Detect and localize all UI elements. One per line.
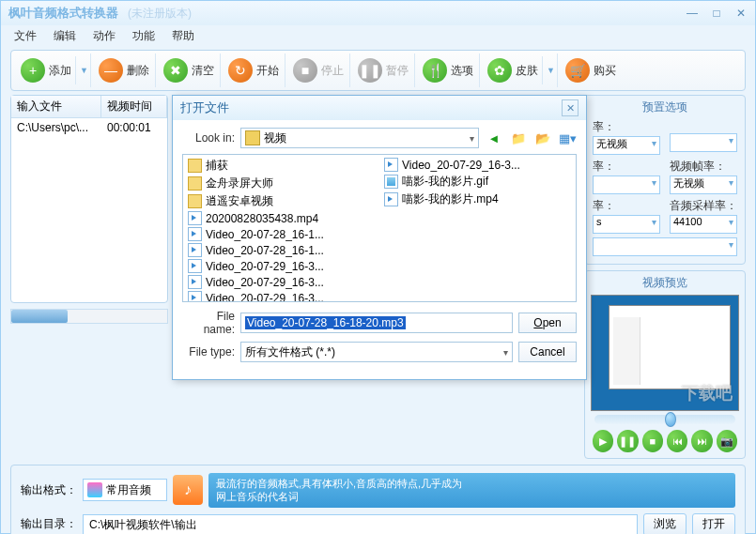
cancel-button[interactable]: Cancel bbox=[518, 342, 577, 362]
filetype-select[interactable]: 所有文件格式 (*.*) bbox=[240, 342, 513, 362]
select[interactable] bbox=[670, 133, 737, 152]
file-item[interactable]: 逍遥安卓视频 bbox=[185, 192, 378, 210]
toolbar: +添加▼ —删除 ✖清空 ↻开始 ■停止 ❚❚暂停 🍴选项 ✿皮肤▼ 🛒购买 bbox=[10, 50, 746, 91]
vid-icon bbox=[188, 211, 202, 225]
browse-button[interactable]: 浏览 bbox=[643, 513, 687, 534]
file-list: 捕获金舟录屏大师逍遥安卓视频20200828035438.mp4Video_20… bbox=[182, 154, 577, 302]
menu-file[interactable]: 文件 bbox=[7, 26, 44, 46]
apple-icon: ✿ bbox=[487, 58, 512, 83]
up-folder-icon[interactable]: 📁 bbox=[509, 129, 528, 147]
prev-button[interactable]: ⏮ bbox=[667, 430, 687, 452]
stop-button[interactable]: ■停止 bbox=[287, 53, 350, 87]
file-item[interactable]: 金舟录屏大师 bbox=[185, 175, 378, 192]
pause-button[interactable]: ❚❚暂停 bbox=[352, 53, 415, 87]
lookin-select[interactable]: 视频 ▾ bbox=[240, 128, 479, 148]
clear-button[interactable]: ✖清空 bbox=[158, 53, 221, 87]
vid-icon bbox=[384, 158, 398, 172]
delete-button[interactable]: —删除 bbox=[93, 53, 156, 87]
clear-icon: ✖ bbox=[163, 58, 188, 83]
table-row[interactable]: C:\Users\pc\... 00:00:01 bbox=[11, 118, 167, 137]
snapshot-button[interactable]: 📷 bbox=[717, 430, 737, 452]
app-subtitle: (未注册版本) bbox=[128, 6, 192, 22]
note-icon: ♪ bbox=[173, 475, 203, 505]
open-button[interactable]: Open bbox=[518, 313, 577, 333]
pause-button[interactable]: ❚❚ bbox=[617, 430, 638, 452]
col-duration[interactable]: 视频时间 bbox=[101, 96, 167, 117]
chevron-down-icon[interactable]: ▼ bbox=[75, 56, 85, 84]
file-item[interactable]: 捕获 bbox=[185, 157, 378, 175]
skin-button[interactable]: ✿皮肤▼ bbox=[482, 53, 558, 87]
menu-edit[interactable]: 编辑 bbox=[46, 26, 84, 46]
seek-slider[interactable] bbox=[594, 415, 735, 424]
file-item[interactable]: Video_20-07-28_16-1... bbox=[185, 226, 378, 242]
output-panel: 输出格式： 常用音频 ♪ 最流行的音频格式,具有体积小,音质高的特点,几乎成为 … bbox=[10, 465, 746, 534]
select[interactable]: s bbox=[593, 215, 660, 234]
music-icon bbox=[87, 482, 102, 497]
menu-help[interactable]: 帮助 bbox=[164, 26, 202, 46]
file-item[interactable]: Video_20-07-29_16-3... bbox=[185, 274, 378, 290]
minus-icon: — bbox=[99, 58, 123, 83]
chevron-down-icon[interactable]: ▼ bbox=[542, 56, 551, 84]
slider-thumb[interactable] bbox=[665, 412, 676, 427]
video-preview: 下载吧 bbox=[591, 295, 739, 411]
pause-icon: ❚❚ bbox=[358, 58, 382, 83]
app-title: 枫叶音频格式转换器 bbox=[8, 5, 118, 22]
file-item[interactable]: 20200828035438.mp4 bbox=[185, 210, 378, 226]
next-button[interactable]: ⏭ bbox=[691, 430, 712, 452]
vid-icon bbox=[188, 275, 202, 289]
view-mode-icon[interactable]: ▦▾ bbox=[558, 129, 577, 147]
options-button[interactable]: 🍴选项 bbox=[417, 53, 480, 87]
close-button[interactable]: ✕ bbox=[734, 7, 748, 20]
dialog-title: 打开文件 ✕ bbox=[173, 96, 586, 120]
start-button[interactable]: ↻开始 bbox=[223, 53, 285, 87]
titlebar: 枫叶音频格式转换器 (未注册版本) — □ ✕ bbox=[1, 1, 755, 25]
dialog-close-button[interactable]: ✕ bbox=[562, 99, 579, 116]
preset-panel: 预置选项 率：无视频 率： 视频帧率：无视频 率：s 音频采样率：44100 bbox=[584, 95, 746, 265]
file-item[interactable]: Video_20-07-29_16-3... bbox=[185, 258, 378, 274]
video-rate-select[interactable]: 无视频 bbox=[593, 136, 660, 155]
video-fps-select[interactable]: 无视频 bbox=[670, 175, 737, 194]
folder-icon bbox=[245, 130, 260, 145]
open-dir-button[interactable]: 打开 bbox=[692, 513, 735, 534]
cart-icon: 🛒 bbox=[565, 58, 590, 83]
new-folder-icon[interactable]: 📂 bbox=[533, 129, 552, 147]
col-input[interactable]: 输入文件 bbox=[11, 96, 101, 117]
minimize-button[interactable]: — bbox=[686, 7, 699, 20]
add-button[interactable]: +添加▼ bbox=[15, 53, 91, 87]
stop-button[interactable]: ■ bbox=[642, 430, 663, 452]
scroll-thumb[interactable] bbox=[11, 310, 68, 323]
wrench-icon: 🍴 bbox=[423, 58, 447, 83]
preview-panel: 视频预览 下载吧 ▶ ❚❚ ■ ⏮ ⏭ 📷 bbox=[584, 270, 746, 459]
vid-icon bbox=[188, 259, 202, 273]
file-item[interactable]: Video_20-07-29_16-3... bbox=[381, 157, 574, 173]
vid-icon bbox=[188, 243, 202, 257]
folder-icon bbox=[188, 159, 202, 173]
output-dir-input[interactable]: C:\枫叶视频软件\输出 bbox=[83, 514, 638, 534]
file-item[interactable]: Video_20-07-29_16-3... bbox=[185, 290, 378, 302]
file-item[interactable]: Video_20-07-28_16-1... bbox=[185, 242, 378, 258]
stop-icon: ■ bbox=[293, 58, 317, 83]
audio-sample-select[interactable]: 44100 bbox=[670, 215, 737, 234]
buy-button[interactable]: 🛒购买 bbox=[560, 53, 622, 87]
vid-icon bbox=[188, 291, 202, 302]
select[interactable] bbox=[593, 175, 660, 194]
menu-action[interactable]: 动作 bbox=[85, 26, 123, 46]
play-button[interactable]: ▶ bbox=[593, 430, 613, 452]
menu-function[interactable]: 功能 bbox=[125, 26, 162, 46]
open-file-dialog: 打开文件 ✕ Look in: 视频 ▾ ◄ 📁 📂 ▦▾ 捕获金舟录屏大 bbox=[172, 95, 587, 380]
horizontal-scrollbar[interactable] bbox=[10, 309, 168, 324]
back-icon[interactable]: ◄ bbox=[485, 129, 503, 147]
vid-icon bbox=[188, 227, 202, 241]
folder-icon bbox=[188, 176, 202, 191]
panel-title: 视频预览 bbox=[589, 275, 741, 291]
menubar: 文件 编辑 动作 功能 帮助 bbox=[1, 25, 755, 46]
filename-input[interactable]: Video_20-07-28_16-18-20.mp3 bbox=[240, 313, 513, 333]
maximize-button[interactable]: □ bbox=[710, 7, 723, 20]
select[interactable] bbox=[593, 237, 737, 256]
file-item[interactable]: 喵影-我的影片.mp4 bbox=[381, 191, 574, 208]
refresh-icon: ↻ bbox=[228, 58, 253, 83]
output-format-select[interactable]: 常用音频 bbox=[83, 479, 167, 501]
folder-icon bbox=[188, 194, 202, 208]
file-item[interactable]: 喵影-我的影片.gif bbox=[381, 173, 574, 191]
plus-icon: + bbox=[21, 58, 45, 83]
